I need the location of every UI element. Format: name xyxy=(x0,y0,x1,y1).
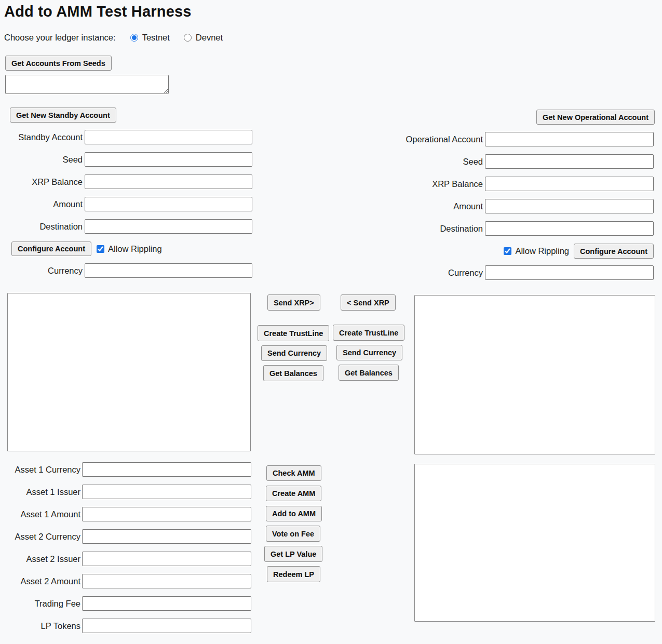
check-amm-button[interactable]: Check AMM xyxy=(266,465,321,481)
operational-send-currency-button[interactable]: Send Currency xyxy=(336,345,402,360)
operational-currency-input[interactable] xyxy=(485,265,654,280)
asset1-currency-input[interactable] xyxy=(82,462,251,477)
standby-amount-label: Amount xyxy=(0,199,83,209)
get-new-standby-account-button[interactable]: Get New Standby Account xyxy=(10,108,116,123)
standby-currency-label: Currency xyxy=(0,266,83,276)
create-amm-button[interactable]: Create AMM xyxy=(266,486,321,501)
send-xrp-to-operational-button[interactable]: Send XRP> xyxy=(267,294,320,311)
operational-destination-input[interactable] xyxy=(485,221,654,236)
asset1-amount-row: Asset 1 Amount xyxy=(0,507,251,521)
standby-destination-input[interactable] xyxy=(85,219,252,234)
ledger-instance-row: Choose your ledger instance: Testnet Dev… xyxy=(4,33,223,43)
operational-amount-input[interactable] xyxy=(485,199,654,213)
asset1-issuer-label: Asset 1 Issuer xyxy=(0,487,80,497)
vote-on-fee-button[interactable]: Vote on Fee xyxy=(266,526,320,542)
operational-configure-account-button[interactable]: Configure Account xyxy=(574,244,654,259)
trading-fee-label: Trading Fee xyxy=(0,599,80,609)
trading-fee-row: Trading Fee xyxy=(0,596,251,611)
operational-account-row: Operational Account xyxy=(317,132,654,146)
trading-fee-input[interactable] xyxy=(82,596,251,611)
standby-destination-label: Destination xyxy=(0,222,83,232)
operational-allow-rippling-label: Allow Rippling xyxy=(515,246,569,256)
get-lp-value-button[interactable]: Get LP Value xyxy=(264,546,322,562)
standby-account-input[interactable] xyxy=(85,130,252,144)
amm-test-harness-page: Add to AMM Test Harness Choose your ledg… xyxy=(0,0,662,644)
standby-amount-row: Amount xyxy=(0,197,252,211)
page-title: Add to AMM Test Harness xyxy=(4,3,192,20)
operational-amount-row: Amount xyxy=(317,199,654,213)
amm-results-textarea[interactable] xyxy=(414,464,655,622)
get-accounts-from-seeds-button[interactable]: Get Accounts From Seeds xyxy=(5,56,112,71)
redeem-lp-button[interactable]: Redeem LP xyxy=(267,566,320,582)
testnet-radio[interactable] xyxy=(130,34,138,42)
standby-results-textarea[interactable] xyxy=(7,293,251,451)
operational-configure-row: Allow Rippling Configure Account xyxy=(504,244,654,259)
standby-allow-rippling-label: Allow Rippling xyxy=(108,244,162,254)
operational-results-textarea[interactable] xyxy=(414,295,655,454)
asset2-currency-label: Asset 2 Currency xyxy=(0,532,80,542)
operational-destination-row: Destination xyxy=(317,221,654,236)
asset1-issuer-input[interactable] xyxy=(82,485,251,499)
operational-account-input[interactable] xyxy=(485,132,654,146)
standby-account-row: Standby Account xyxy=(0,130,252,144)
operational-seed-row: Seed xyxy=(317,154,654,169)
standby-destination-row: Destination xyxy=(0,219,252,234)
asset1-amount-input[interactable] xyxy=(82,507,251,521)
operational-seed-label: Seed xyxy=(317,157,483,167)
lp-tokens-label: LP Tokens xyxy=(0,621,80,631)
asset2-amount-row: Asset 2 Amount xyxy=(0,574,251,588)
standby-xrp-balance-row: XRP Balance xyxy=(0,175,252,189)
lp-tokens-input[interactable] xyxy=(82,619,251,633)
operational-currency-row: Currency xyxy=(317,265,654,280)
asset2-issuer-input[interactable] xyxy=(82,552,251,566)
standby-currency-row: Currency xyxy=(0,263,252,278)
add-to-amm-button[interactable]: Add to AMM xyxy=(266,506,322,521)
asset1-currency-label: Asset 1 Currency xyxy=(0,465,80,475)
operational-get-balances-button[interactable]: Get Balances xyxy=(339,365,399,381)
standby-currency-input[interactable] xyxy=(85,263,252,278)
asset2-amount-input[interactable] xyxy=(82,574,251,588)
devnet-radio-label: Devnet xyxy=(196,33,223,43)
standby-create-trustline-button[interactable]: Create TrustLine xyxy=(258,325,329,341)
standby-account-label: Standby Account xyxy=(0,132,83,142)
operational-account-label: Operational Account xyxy=(317,135,483,144)
lp-tokens-row: LP Tokens xyxy=(0,619,251,633)
asset2-currency-input[interactable] xyxy=(82,529,251,544)
send-xrp-to-standby-button[interactable]: < Send XRP xyxy=(341,294,396,311)
operational-xrp-balance-row: XRP Balance xyxy=(317,177,654,191)
seeds-textarea[interactable] xyxy=(5,75,169,94)
standby-seed-input[interactable] xyxy=(85,152,252,167)
operational-seed-input[interactable] xyxy=(485,154,654,169)
devnet-radio[interactable] xyxy=(184,34,192,42)
standby-seed-label: Seed xyxy=(0,155,83,165)
devnet-radio-group: Devnet xyxy=(184,33,223,43)
standby-configure-row: Configure Account Allow Rippling xyxy=(11,242,162,256)
operational-xrp-balance-label: XRP Balance xyxy=(317,179,483,189)
standby-xrp-balance-input[interactable] xyxy=(85,175,252,189)
standby-configure-account-button[interactable]: Configure Account xyxy=(11,242,91,256)
asset1-amount-label: Asset 1 Amount xyxy=(0,509,80,519)
asset1-issuer-row: Asset 1 Issuer xyxy=(0,485,251,499)
testnet-radio-group: Testnet xyxy=(130,33,170,43)
standby-xrp-balance-label: XRP Balance xyxy=(0,177,83,187)
standby-get-balances-button[interactable]: Get Balances xyxy=(263,365,323,381)
asset2-currency-row: Asset 2 Currency xyxy=(0,529,251,544)
standby-send-currency-button[interactable]: Send Currency xyxy=(261,345,327,361)
operational-currency-label: Currency xyxy=(317,268,483,278)
asset2-issuer-label: Asset 2 Issuer xyxy=(0,554,80,564)
operational-allow-rippling-checkbox[interactable] xyxy=(504,247,511,255)
operational-xrp-balance-input[interactable] xyxy=(485,177,654,191)
ledger-instance-prompt: Choose your ledger instance: xyxy=(4,33,116,43)
operational-amount-label: Amount xyxy=(317,202,483,211)
operational-destination-label: Destination xyxy=(317,224,483,234)
standby-allow-rippling-checkbox[interactable] xyxy=(97,245,104,253)
asset1-currency-row: Asset 1 Currency xyxy=(0,462,251,477)
operational-create-trustline-button[interactable]: Create TrustLine xyxy=(333,325,404,341)
standby-amount-input[interactable] xyxy=(85,197,252,211)
testnet-radio-label: Testnet xyxy=(142,33,170,43)
get-new-operational-account-button[interactable]: Get New Operational Account xyxy=(536,110,655,125)
standby-seed-row: Seed xyxy=(0,152,252,167)
asset2-issuer-row: Asset 2 Issuer xyxy=(0,552,251,566)
asset2-amount-label: Asset 2 Amount xyxy=(0,576,80,586)
